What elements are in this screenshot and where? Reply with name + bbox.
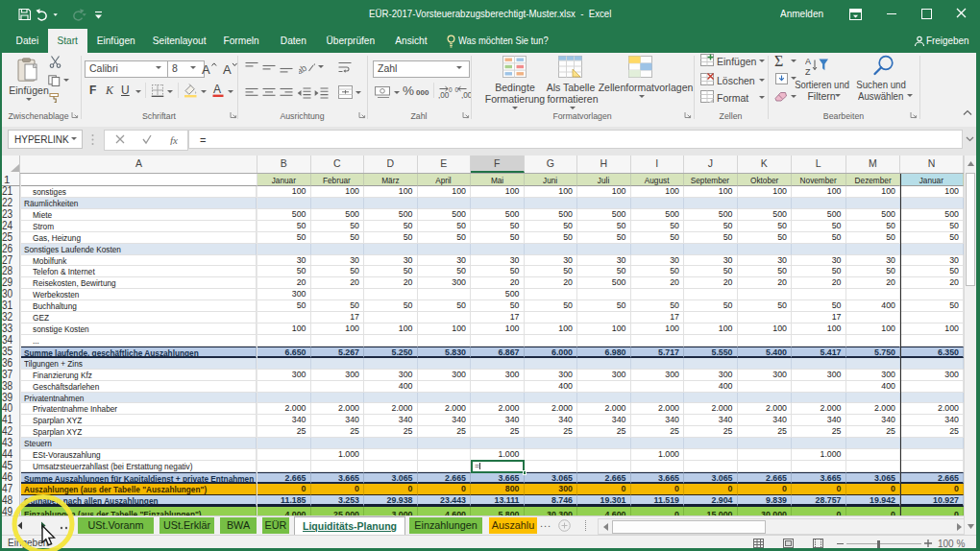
svg-text:Z: Z <box>805 67 811 77</box>
svg-text:fx: fx <box>170 134 178 145</box>
svg-text:0: 0 <box>449 86 453 93</box>
svg-text:A: A <box>202 62 210 77</box>
svg-text:,00: ,00 <box>461 91 471 99</box>
svg-text:0: 0 <box>455 86 459 93</box>
svg-text:A: A <box>805 57 811 66</box>
svg-text:A: A <box>223 62 232 77</box>
svg-text:,00: ,00 <box>438 91 450 99</box>
svg-text:ab: ab <box>299 62 308 74</box>
svg-text:A: A <box>213 83 221 96</box>
